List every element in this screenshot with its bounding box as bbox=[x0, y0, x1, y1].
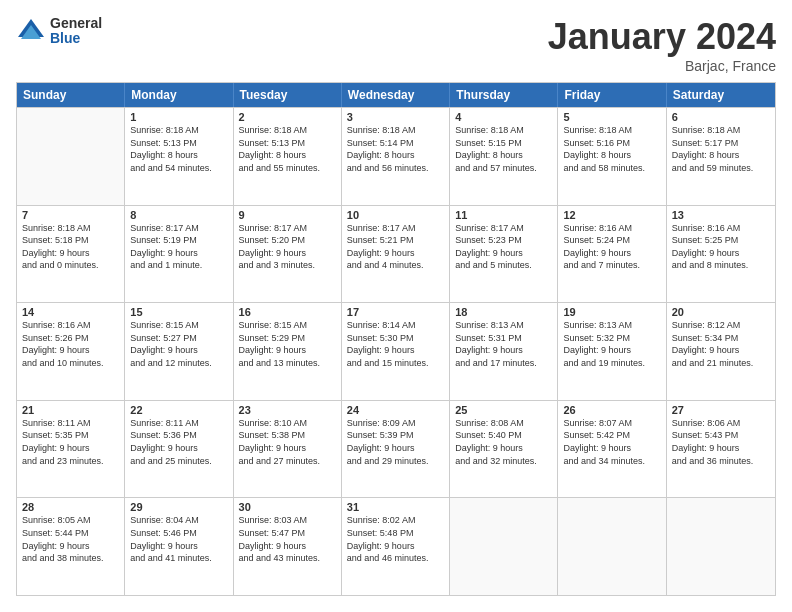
daylight-line1: Daylight: 9 hours bbox=[347, 247, 444, 260]
daylight-line1: Daylight: 9 hours bbox=[672, 442, 770, 455]
calendar-cell-day-23: 23Sunrise: 8:10 AMSunset: 5:38 PMDayligh… bbox=[234, 401, 342, 498]
sunset-text: Sunset: 5:20 PM bbox=[239, 234, 336, 247]
sunrise-text: Sunrise: 8:11 AM bbox=[22, 417, 119, 430]
calendar-cell-day-27: 27Sunrise: 8:06 AMSunset: 5:43 PMDayligh… bbox=[667, 401, 775, 498]
daylight-line1: Daylight: 9 hours bbox=[130, 442, 227, 455]
calendar-cell-day-5: 5Sunrise: 8:18 AMSunset: 5:16 PMDaylight… bbox=[558, 108, 666, 205]
day-number: 30 bbox=[239, 501, 336, 513]
sunset-text: Sunset: 5:14 PM bbox=[347, 137, 444, 150]
day-number: 9 bbox=[239, 209, 336, 221]
logo-text: General Blue bbox=[50, 16, 102, 47]
sunrise-text: Sunrise: 8:03 AM bbox=[239, 514, 336, 527]
calendar-cell-day-16: 16Sunrise: 8:15 AMSunset: 5:29 PMDayligh… bbox=[234, 303, 342, 400]
day-number: 12 bbox=[563, 209, 660, 221]
day-number: 6 bbox=[672, 111, 770, 123]
sunrise-text: Sunrise: 8:18 AM bbox=[563, 124, 660, 137]
daylight-line2: and and 10 minutes. bbox=[22, 357, 119, 370]
daylight-line2: and and 57 minutes. bbox=[455, 162, 552, 175]
daylight-line1: Daylight: 9 hours bbox=[130, 344, 227, 357]
day-number: 10 bbox=[347, 209, 444, 221]
sunrise-text: Sunrise: 8:11 AM bbox=[130, 417, 227, 430]
sunrise-text: Sunrise: 8:06 AM bbox=[672, 417, 770, 430]
sunset-text: Sunset: 5:29 PM bbox=[239, 332, 336, 345]
sunset-text: Sunset: 5:27 PM bbox=[130, 332, 227, 345]
daylight-line2: and and 15 minutes. bbox=[347, 357, 444, 370]
sunrise-text: Sunrise: 8:05 AM bbox=[22, 514, 119, 527]
daylight-line2: and and 25 minutes. bbox=[130, 455, 227, 468]
day-number: 21 bbox=[22, 404, 119, 416]
calendar-cell-day-29: 29Sunrise: 8:04 AMSunset: 5:46 PMDayligh… bbox=[125, 498, 233, 595]
sunset-text: Sunset: 5:32 PM bbox=[563, 332, 660, 345]
calendar-cell-day-20: 20Sunrise: 8:12 AMSunset: 5:34 PMDayligh… bbox=[667, 303, 775, 400]
calendar-cell-day-22: 22Sunrise: 8:11 AMSunset: 5:36 PMDayligh… bbox=[125, 401, 233, 498]
daylight-line1: Daylight: 9 hours bbox=[22, 344, 119, 357]
day-header-saturday: Saturday bbox=[667, 83, 775, 107]
calendar-cell-empty bbox=[17, 108, 125, 205]
month-title: January 2024 bbox=[548, 16, 776, 58]
calendar-cell-day-11: 11Sunrise: 8:17 AMSunset: 5:23 PMDayligh… bbox=[450, 206, 558, 303]
day-header-friday: Friday bbox=[558, 83, 666, 107]
calendar-cell-day-12: 12Sunrise: 8:16 AMSunset: 5:24 PMDayligh… bbox=[558, 206, 666, 303]
sunset-text: Sunset: 5:26 PM bbox=[22, 332, 119, 345]
day-number: 7 bbox=[22, 209, 119, 221]
calendar-row-5: 28Sunrise: 8:05 AMSunset: 5:44 PMDayligh… bbox=[17, 497, 775, 595]
day-number: 23 bbox=[239, 404, 336, 416]
sunrise-text: Sunrise: 8:18 AM bbox=[130, 124, 227, 137]
day-number: 18 bbox=[455, 306, 552, 318]
daylight-line1: Daylight: 9 hours bbox=[239, 247, 336, 260]
calendar-cell-day-19: 19Sunrise: 8:13 AMSunset: 5:32 PMDayligh… bbox=[558, 303, 666, 400]
calendar-cell-day-24: 24Sunrise: 8:09 AMSunset: 5:39 PMDayligh… bbox=[342, 401, 450, 498]
sunset-text: Sunset: 5:42 PM bbox=[563, 429, 660, 442]
calendar-cell-day-9: 9Sunrise: 8:17 AMSunset: 5:20 PMDaylight… bbox=[234, 206, 342, 303]
calendar-cell-day-7: 7Sunrise: 8:18 AMSunset: 5:18 PMDaylight… bbox=[17, 206, 125, 303]
sunset-text: Sunset: 5:21 PM bbox=[347, 234, 444, 247]
day-number: 14 bbox=[22, 306, 119, 318]
daylight-line2: and and 59 minutes. bbox=[672, 162, 770, 175]
sunset-text: Sunset: 5:40 PM bbox=[455, 429, 552, 442]
sunset-text: Sunset: 5:31 PM bbox=[455, 332, 552, 345]
daylight-line2: and and 23 minutes. bbox=[22, 455, 119, 468]
daylight-line1: Daylight: 9 hours bbox=[347, 344, 444, 357]
day-number: 25 bbox=[455, 404, 552, 416]
daylight-line1: Daylight: 9 hours bbox=[22, 247, 119, 260]
day-number: 5 bbox=[563, 111, 660, 123]
day-number: 4 bbox=[455, 111, 552, 123]
sunrise-text: Sunrise: 8:04 AM bbox=[130, 514, 227, 527]
day-header-sunday: Sunday bbox=[17, 83, 125, 107]
daylight-line2: and and 13 minutes. bbox=[239, 357, 336, 370]
day-number: 29 bbox=[130, 501, 227, 513]
sunset-text: Sunset: 5:35 PM bbox=[22, 429, 119, 442]
calendar-cell-day-10: 10Sunrise: 8:17 AMSunset: 5:21 PMDayligh… bbox=[342, 206, 450, 303]
daylight-line2: and and 43 minutes. bbox=[239, 552, 336, 565]
daylight-line1: Daylight: 9 hours bbox=[239, 540, 336, 553]
sunset-text: Sunset: 5:30 PM bbox=[347, 332, 444, 345]
calendar-cell-day-4: 4Sunrise: 8:18 AMSunset: 5:15 PMDaylight… bbox=[450, 108, 558, 205]
day-number: 13 bbox=[672, 209, 770, 221]
sunrise-text: Sunrise: 8:16 AM bbox=[22, 319, 119, 332]
daylight-line1: Daylight: 9 hours bbox=[455, 344, 552, 357]
day-number: 2 bbox=[239, 111, 336, 123]
sunset-text: Sunset: 5:46 PM bbox=[130, 527, 227, 540]
sunrise-text: Sunrise: 8:16 AM bbox=[672, 222, 770, 235]
daylight-line1: Daylight: 8 hours bbox=[130, 149, 227, 162]
sunrise-text: Sunrise: 8:09 AM bbox=[347, 417, 444, 430]
daylight-line2: and and 41 minutes. bbox=[130, 552, 227, 565]
day-number: 17 bbox=[347, 306, 444, 318]
calendar-row-4: 21Sunrise: 8:11 AMSunset: 5:35 PMDayligh… bbox=[17, 400, 775, 498]
logo-blue-text: Blue bbox=[50, 31, 102, 46]
calendar-cell-day-13: 13Sunrise: 8:16 AMSunset: 5:25 PMDayligh… bbox=[667, 206, 775, 303]
sunrise-text: Sunrise: 8:18 AM bbox=[455, 124, 552, 137]
sunset-text: Sunset: 5:43 PM bbox=[672, 429, 770, 442]
sunrise-text: Sunrise: 8:15 AM bbox=[130, 319, 227, 332]
daylight-line2: and and 34 minutes. bbox=[563, 455, 660, 468]
sunset-text: Sunset: 5:47 PM bbox=[239, 527, 336, 540]
sunrise-text: Sunrise: 8:10 AM bbox=[239, 417, 336, 430]
calendar-cell-day-8: 8Sunrise: 8:17 AMSunset: 5:19 PMDaylight… bbox=[125, 206, 233, 303]
day-number: 11 bbox=[455, 209, 552, 221]
calendar-cell-empty bbox=[667, 498, 775, 595]
sunrise-text: Sunrise: 8:16 AM bbox=[563, 222, 660, 235]
daylight-line1: Daylight: 9 hours bbox=[239, 344, 336, 357]
sunset-text: Sunset: 5:13 PM bbox=[130, 137, 227, 150]
daylight-line1: Daylight: 9 hours bbox=[130, 540, 227, 553]
sunrise-text: Sunrise: 8:18 AM bbox=[347, 124, 444, 137]
